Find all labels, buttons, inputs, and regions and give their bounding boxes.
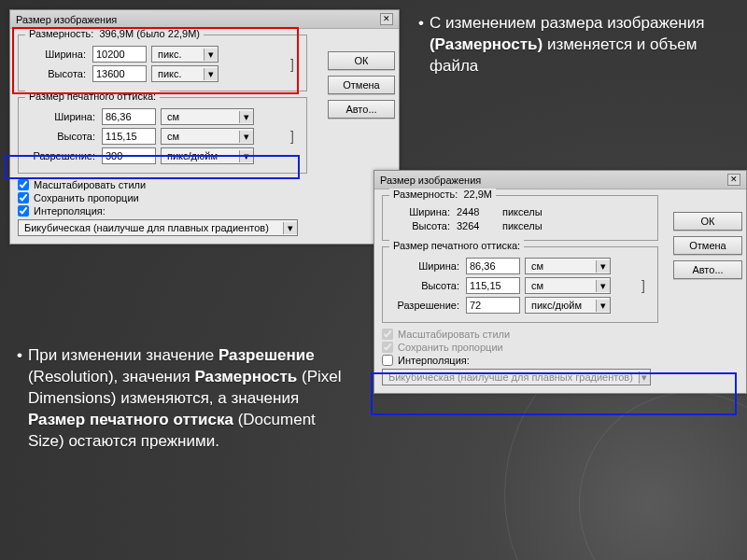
close-icon[interactable]: ✕ xyxy=(727,174,740,186)
cancel-button[interactable]: Отмена xyxy=(673,236,742,255)
note-bottom: При изменении значение Разрешение (Resol… xyxy=(17,345,344,453)
print-size-group: Размер печатного оттиска: Ширина: см▾ Вы… xyxy=(18,97,307,174)
keep-ratio-checkbox[interactable] xyxy=(18,192,29,203)
chevron-down-icon: ▾ xyxy=(596,280,610,292)
print-width-input[interactable] xyxy=(102,108,156,125)
link-icon: ] xyxy=(286,43,299,85)
chevron-down-icon: ▾ xyxy=(639,371,650,384)
resolution-input[interactable] xyxy=(466,297,520,314)
image-size-dialog-1: Размер изображения ✕ Размерность: 396,9М… xyxy=(9,9,400,245)
close-icon[interactable]: ✕ xyxy=(380,13,393,25)
pixel-dimensions-group: Размерность: 22,9М Ширина: 2448 пикселы … xyxy=(382,195,658,241)
label-width: Ширина: xyxy=(26,49,88,60)
ok-button[interactable]: ОК xyxy=(328,51,395,70)
link-icon: ] xyxy=(637,255,650,316)
print-width-input[interactable] xyxy=(466,258,520,274)
interpolation-select[interactable]: Бикубическая (наилучше для плавных гради… xyxy=(18,219,298,236)
chevron-down-icon: ▾ xyxy=(239,111,253,123)
scale-styles-checkbox xyxy=(382,329,393,340)
keep-ratio-checkbox xyxy=(382,342,393,353)
chevron-down-icon: ▾ xyxy=(204,68,218,80)
cancel-button[interactable]: Отмена xyxy=(328,76,395,94)
print-height-input[interactable] xyxy=(466,277,520,294)
titlebar: Размер изображения ✕ xyxy=(374,171,746,189)
chevron-down-icon: ▾ xyxy=(283,222,297,234)
ok-button[interactable]: ОК xyxy=(673,212,742,231)
pixel-dimensions-group: Размерность: 396,9М (было 22,9М) Ширина:… xyxy=(18,35,307,91)
width-value: 2448 xyxy=(457,206,498,217)
auto-button[interactable]: Авто... xyxy=(673,260,742,279)
scale-styles-checkbox[interactable] xyxy=(18,179,29,190)
resolution-unit-select[interactable]: пикс/дюйм▾ xyxy=(161,147,254,164)
height-value: 3264 xyxy=(457,220,498,231)
width-unit-select[interactable]: пикс.▾ xyxy=(151,46,218,63)
print-height-input[interactable] xyxy=(102,128,156,145)
height-unit: пикселы xyxy=(502,220,543,231)
titlebar: Размер изображения ✕ xyxy=(10,10,399,29)
chevron-down-icon: ▾ xyxy=(596,300,610,312)
resolution-input[interactable] xyxy=(102,147,156,164)
chevron-down-icon: ▾ xyxy=(204,49,218,61)
dialog-title: Размер изображения xyxy=(380,175,481,186)
image-size-dialog-2: Размер изображения ✕ Размерность: 22,9М … xyxy=(374,170,747,394)
note-top: С изменением размера изображения (Размер… xyxy=(418,13,736,77)
height-unit-select[interactable]: пикс.▾ xyxy=(151,65,218,82)
width-input[interactable] xyxy=(92,46,147,63)
height-input[interactable] xyxy=(92,65,147,82)
resolution-unit-select[interactable]: пикс/дюйм▾ xyxy=(525,297,611,314)
label-height: Высота: xyxy=(26,68,88,79)
interpolation-checkbox[interactable] xyxy=(382,355,393,366)
width-unit: пикселы xyxy=(502,206,543,217)
print-size-group: Размер печатного оттиска: Ширина: см▾ Вы… xyxy=(382,246,658,323)
link-icon: ] xyxy=(286,105,299,167)
print-height-unit-select[interactable]: см▾ xyxy=(525,277,611,294)
print-width-unit-select[interactable]: см▾ xyxy=(161,108,254,125)
chevron-down-icon: ▾ xyxy=(239,150,253,162)
print-height-unit-select[interactable]: см▾ xyxy=(161,128,254,145)
interpolation-select: Бикубическая (наилучше для плавных гради… xyxy=(382,369,651,385)
auto-button[interactable]: Авто... xyxy=(328,100,395,119)
chevron-down-icon: ▾ xyxy=(596,260,610,273)
dialog-title: Размер изображения xyxy=(16,14,117,25)
print-width-unit-select[interactable]: см▾ xyxy=(525,258,611,274)
chevron-down-icon: ▾ xyxy=(239,131,253,143)
interpolation-checkbox[interactable] xyxy=(18,205,29,217)
